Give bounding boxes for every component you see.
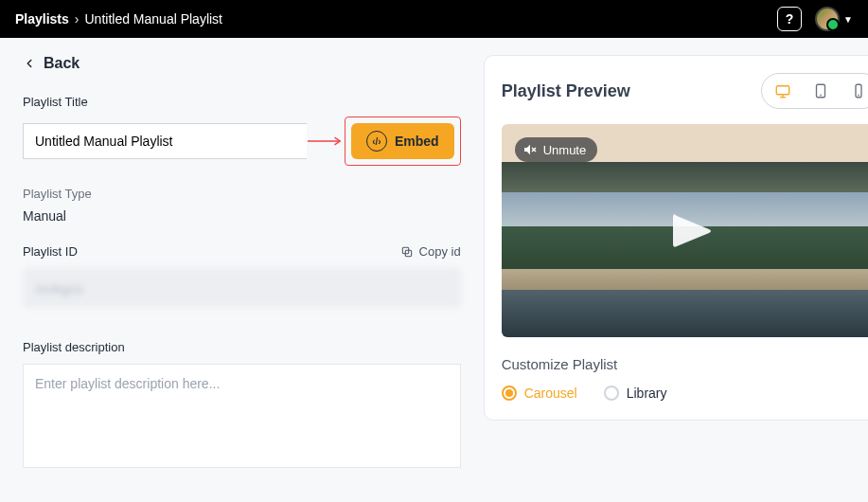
help-icon: ? [786, 11, 794, 27]
play-button[interactable] [656, 205, 726, 258]
breadcrumb-root[interactable]: Playlists [15, 11, 69, 27]
caret-down-icon: ▼ [843, 14, 853, 25]
title-row: ‹/› Embed [23, 117, 461, 166]
option-carousel[interactable]: Carousel [502, 385, 577, 401]
speaker-muted-icon [523, 142, 538, 157]
playlist-type-value: Manual [23, 208, 461, 224]
option-library[interactable]: Library [604, 385, 667, 401]
preview-header: Playlist Preview [502, 73, 868, 109]
arrow-annotation [307, 123, 345, 159]
account-menu[interactable]: ▼ [815, 7, 853, 31]
option-label: Carousel [524, 385, 577, 401]
playlist-id-label: Playlist ID [23, 244, 78, 259]
copy-id-label: Copy id [419, 244, 461, 259]
customize-options: Carousel Library [502, 385, 868, 401]
playlist-id-value: txvkgcs [23, 268, 461, 308]
radio-icon [502, 385, 517, 401]
unmute-label: Unmute [543, 143, 587, 157]
radio-icon [604, 385, 619, 401]
topbar: Playlists › Untitled Manual Playlist ? ▼ [0, 0, 868, 38]
page-body: Back Playlist Title ‹/› Embed Playlist T… [0, 38, 868, 489]
mobile-icon [850, 82, 867, 99]
device-switcher [761, 73, 868, 109]
help-button[interactable]: ? [777, 7, 802, 31]
tablet-icon [812, 82, 829, 99]
avatar-icon [815, 7, 840, 31]
code-icon: ‹/› [366, 131, 387, 152]
svg-rect-3 [776, 86, 789, 95]
embed-highlight: ‹/› Embed [345, 117, 461, 166]
customize-title: Customize Playlist [502, 356, 868, 372]
copy-id-button[interactable]: Copy id [400, 244, 461, 259]
playlist-id-row: Playlist ID Copy id [23, 244, 461, 259]
playlist-title-input[interactable] [23, 123, 307, 159]
playlist-type-label: Playlist Type [23, 187, 461, 201]
video-preview[interactable]: Unmute [502, 124, 868, 337]
preview-title: Playlist Preview [502, 81, 630, 101]
chevron-left-icon [23, 57, 36, 70]
device-mobile-button[interactable] [841, 78, 868, 104]
unmute-button[interactable]: Unmute [515, 137, 598, 162]
device-desktop-button[interactable] [766, 78, 800, 104]
play-icon [656, 205, 726, 258]
preview-card: Playlist Preview Unmute [484, 55, 868, 421]
breadcrumb-current: Untitled Manual Playlist [85, 11, 223, 27]
embed-button[interactable]: ‹/› Embed [351, 123, 454, 159]
left-column: Back Playlist Title ‹/› Embed Playlist T… [23, 55, 461, 472]
breadcrumb-separator: › [75, 11, 80, 27]
description-label: Playlist description [23, 340, 461, 354]
copy-icon [400, 245, 414, 259]
back-label: Back [44, 55, 80, 72]
right-column: Playlist Preview Unmute [484, 55, 868, 472]
description-textarea[interactable] [23, 364, 461, 468]
playlist-title-label: Playlist Title [23, 95, 461, 109]
embed-label: Embed [395, 134, 439, 149]
back-button[interactable]: Back [23, 55, 461, 72]
desktop-icon [774, 82, 791, 99]
option-label: Library [627, 385, 667, 401]
topbar-right: ? ▼ [777, 7, 853, 31]
device-tablet-button[interactable] [804, 78, 838, 104]
breadcrumb: Playlists › Untitled Manual Playlist [15, 11, 222, 27]
